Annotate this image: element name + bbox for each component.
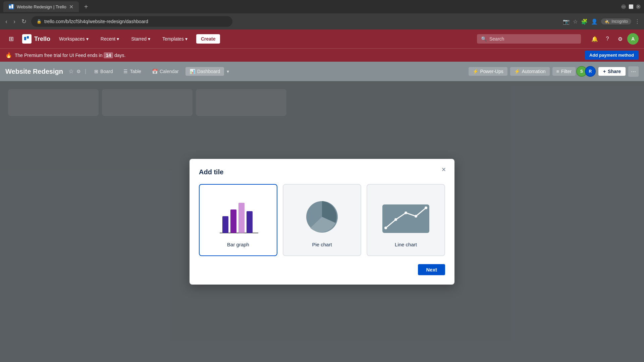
chart-option-line-chart[interactable]: Line chart [367, 184, 445, 256]
share-button[interactable]: + Share [598, 67, 626, 76]
camera-icon[interactable]: 📷 [563, 18, 570, 25]
profile-icon[interactable]: 👤 [591, 18, 598, 25]
more-options-button[interactable]: ··· [628, 66, 639, 77]
svg-rect-0 [9, 5, 11, 8]
automation-button[interactable]: ⚡ Automation [510, 67, 550, 76]
browser-frame: Website Redesign | Trello ✕ + — ⬜ ✕ ‹ › … [0, 0, 644, 362]
add-tile-modal: Add tile × [190, 159, 454, 285]
new-tab-button[interactable]: + [82, 2, 91, 11]
address-bar[interactable]: 🔒 trello.com/b/lzcfSh4q/website-redesign… [31, 16, 232, 27]
window-controls: — ⬜ ✕ [621, 4, 641, 9]
chevron-down-icon: ▾ [148, 36, 150, 42]
svg-point-15 [425, 206, 427, 209]
notifications-icon[interactable]: 🔔 [589, 33, 600, 45]
incognito-label: Incognito [611, 19, 628, 24]
nav-workspaces[interactable]: Workspaces ▾ [56, 34, 92, 44]
line-chart-icon [379, 193, 433, 236]
browser-actions: 📷 ☆ 🧩 👤 🕵️ Incognito ⋮ [563, 18, 640, 25]
svg-rect-8 [247, 211, 253, 233]
search-bar[interactable]: 🔍 [477, 34, 581, 44]
settings-icon[interactable]: ⚙ [614, 33, 626, 45]
power-ups-button[interactable]: ⚡ Power-Ups [469, 67, 507, 76]
create-button[interactable]: Create [196, 34, 220, 44]
nav-logo: Trello [22, 34, 50, 44]
app: ⊞ Trello Workspaces ▾ Recent ▾ Starred ▾… [0, 29, 644, 362]
board-members: S R [578, 66, 596, 77]
nav-starred[interactable]: Starred ▾ [128, 34, 154, 44]
trello-logo-icon [22, 34, 32, 44]
nav-recent[interactable]: Recent ▾ [97, 34, 122, 44]
grid-icon[interactable]: ⊞ [5, 33, 17, 45]
bookmark-icon[interactable]: ☆ [573, 18, 578, 25]
view-table[interactable]: ☰ Table [119, 67, 145, 76]
svg-point-13 [405, 212, 407, 214]
modal-overlay: Add tile × [0, 81, 644, 362]
top-nav: ⊞ Trello Workspaces ▾ Recent ▾ Starred ▾… [0, 29, 644, 48]
board-actions: ⚡ Power-Ups ⚡ Automation ≡ Filter S R + [469, 66, 639, 77]
add-payment-button[interactable]: Add payment method [585, 51, 639, 60]
svg-point-11 [384, 227, 387, 229]
chart-options: Bar graph [199, 184, 445, 256]
browser-tab[interactable]: Website Redesign | Trello ✕ [3, 1, 79, 12]
line-chart-label: Line chart [395, 242, 417, 247]
address-bar-container: ‹ › ↻ 🔒 trello.com/b/lzcfSh4q/website-re… [0, 13, 644, 29]
filter-button[interactable]: ≡ Filter [552, 67, 576, 76]
chevron-down-icon: ▾ [185, 36, 187, 42]
share-icon: + [603, 69, 606, 74]
chart-option-pie-chart[interactable]: Pie chart [283, 184, 361, 256]
svg-rect-5 [222, 216, 228, 233]
member-avatar-2[interactable]: R [585, 66, 596, 77]
fire-icon: 🔥 [5, 52, 12, 58]
search-input[interactable] [489, 36, 577, 42]
close-tab-button[interactable]: ✕ [69, 4, 73, 10]
svg-rect-6 [230, 209, 236, 233]
modal-close-button[interactable]: × [438, 164, 449, 175]
chevron-down-icon: ▾ [86, 36, 89, 42]
pie-chart-label: Pie chart [312, 242, 332, 247]
svg-rect-1 [11, 4, 13, 8]
premium-banner: 🔥 The Premium free trial for UI Feed end… [0, 48, 644, 62]
filter-icon: ≡ [556, 69, 559, 74]
next-button[interactable]: Next [418, 264, 445, 275]
browser-titlebar: Website Redesign | Trello ✕ + — ⬜ ✕ [0, 0, 644, 13]
close-button[interactable]: ✕ [636, 4, 641, 9]
forward-button[interactable]: › [12, 17, 17, 26]
modal-footer: Next [199, 264, 445, 275]
user-avatar[interactable]: A [627, 33, 639, 45]
dashboard-view-icon: 📊 [190, 69, 195, 74]
svg-rect-10 [382, 204, 429, 233]
automation-icon: ⚡ [514, 69, 520, 74]
back-button[interactable]: ‹ [4, 17, 9, 26]
lock-icon: 🔒 [37, 19, 42, 24]
menu-icon[interactable]: ⋮ [635, 18, 640, 25]
pie-chart-icon [295, 193, 349, 236]
nav-logo-text: Trello [34, 36, 50, 43]
table-view-icon: ☰ [123, 69, 128, 74]
url-text: trello.com/b/lzcfSh4q/website-redesign/d… [44, 19, 148, 24]
svg-rect-2 [24, 37, 26, 40]
incognito-icon: 🕵️ [604, 19, 609, 24]
help-icon[interactable]: ? [602, 33, 613, 45]
view-calendar[interactable]: 📅 Calendar [148, 67, 183, 76]
board-settings-icon[interactable]: ⚙ [76, 69, 81, 74]
chart-option-bar-graph[interactable]: Bar graph [199, 184, 277, 256]
minimize-button[interactable]: — [621, 4, 626, 9]
extensions-icon[interactable]: 🧩 [581, 18, 588, 25]
board-star-icon[interactable]: ☆ [68, 68, 74, 75]
refresh-button[interactable]: ↻ [20, 16, 28, 26]
board-header: Website Redesign ☆ ⚙ | ⊞ Board ☰ Table 📅… [0, 62, 644, 81]
nav-templates[interactable]: Templates ▾ [159, 34, 191, 44]
power-ups-icon: ⚡ [473, 69, 478, 74]
search-icon: 🔍 [481, 36, 487, 42]
maximize-button[interactable]: ⬜ [629, 4, 633, 9]
view-board[interactable]: ⊞ Board [90, 67, 117, 76]
svg-rect-7 [238, 203, 245, 233]
more-views-icon[interactable]: ▾ [227, 69, 229, 74]
board-content: Add tile × [0, 81, 644, 362]
tab-title: Website Redesign | Trello [17, 4, 66, 9]
modal-title: Add tile [199, 168, 445, 176]
calendar-view-icon: 📅 [152, 69, 158, 74]
chevron-down-icon: ▾ [117, 36, 119, 42]
board-view-icon: ⊞ [94, 69, 98, 74]
view-dashboard[interactable]: 📊 Dashboard [185, 67, 224, 76]
